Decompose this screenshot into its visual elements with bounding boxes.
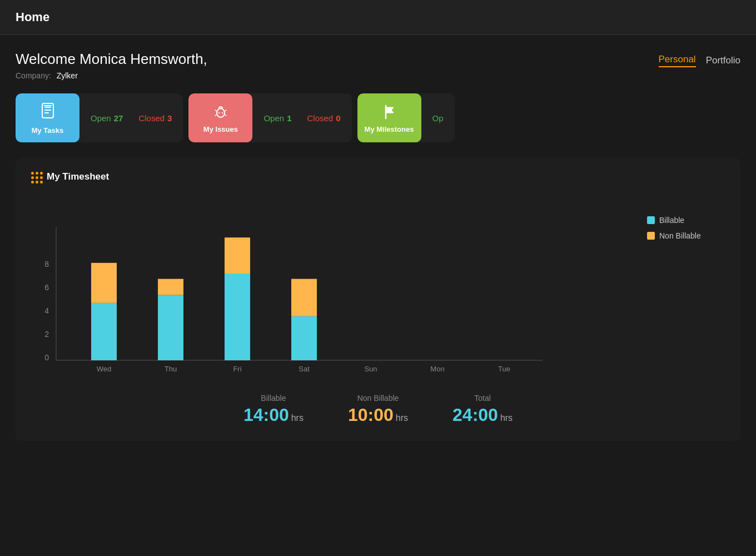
header: Home xyxy=(0,0,756,35)
chart-legend: Billable Non Billable xyxy=(647,193,725,385)
welcome-greeting: Welcome Monica Hemsworth, xyxy=(16,51,207,68)
svg-text:Wed: Wed xyxy=(97,365,112,373)
bar-fri-billable xyxy=(225,274,250,360)
legend-nonbillable: Non Billable xyxy=(647,231,725,240)
issues-icon xyxy=(212,103,230,122)
tasks-icon xyxy=(39,102,57,123)
tasks-closed-stat: Closed 3 xyxy=(138,113,172,123)
grid-dots-icon xyxy=(31,172,41,182)
issues-stats: Open 1 Closed 0 xyxy=(252,93,351,142)
svg-text:Thu: Thu xyxy=(165,365,177,373)
bar-wed-nonbillable xyxy=(91,263,117,303)
chart-container: 0 2 4 6 8 Wed xyxy=(31,193,725,385)
issues-open-value: 1 xyxy=(287,113,291,123)
total-total: Total 24:00hrs xyxy=(452,394,513,425)
issues-label: My Issues xyxy=(203,125,238,133)
bar-thu-billable xyxy=(158,295,183,360)
milestones-open-stat: Op xyxy=(432,113,444,123)
milestones-card[interactable]: My Milestones Op xyxy=(357,93,455,142)
legend-nonbillable-dot xyxy=(647,232,655,240)
issues-closed-stat: Closed 0 xyxy=(307,113,340,123)
legend-billable: Billable xyxy=(647,216,725,225)
total-nonbillable: Non Billable 10:00hrs xyxy=(348,394,408,425)
svg-text:6: 6 xyxy=(44,283,49,292)
legend-billable-label: Billable xyxy=(659,216,684,225)
issues-open-stat: Open 1 xyxy=(263,113,291,123)
milestones-icon-block: My Milestones xyxy=(357,93,421,142)
tab-personal[interactable]: Personal xyxy=(659,54,696,67)
svg-text:Sun: Sun xyxy=(364,365,377,373)
tasks-closed-label: Closed xyxy=(138,113,165,123)
bar-sat-nonbillable xyxy=(291,279,317,316)
total-total-value: 24:00hrs xyxy=(452,405,513,425)
tasks-label: My Tasks xyxy=(32,126,64,135)
svg-text:4: 4 xyxy=(44,306,49,315)
svg-text:0: 0 xyxy=(44,353,49,362)
issues-closed-label: Closed xyxy=(307,113,333,123)
tasks-closed-value: 3 xyxy=(167,113,172,123)
legend-nonbillable-label: Non Billable xyxy=(659,231,701,240)
page-title: Home xyxy=(16,10,49,24)
welcome-left: Welcome Monica Hemsworth, Company: Zylke… xyxy=(16,51,207,80)
welcome-tabs: Personal Portfolio xyxy=(659,51,740,67)
totals-row: Billable 14:00hrs Non Billable 10:00hrs … xyxy=(31,394,725,425)
bar-thu-nonbillable xyxy=(158,279,183,295)
company-name: Zylker xyxy=(57,71,78,80)
main-content: Welcome Monica Hemsworth, Company: Zylke… xyxy=(0,35,756,441)
issues-closed-value: 0 xyxy=(336,113,340,123)
total-nonbillable-label: Non Billable xyxy=(348,394,408,403)
tasks-open-stat: Open 27 xyxy=(91,113,123,123)
svg-point-2 xyxy=(218,112,220,113)
tasks-icon-block: My Tasks xyxy=(16,93,79,142)
tasks-card[interactable]: My Tasks Open 27 Closed 3 xyxy=(16,93,183,142)
bar-sat-billable xyxy=(291,316,317,360)
company-row: Company: Zylker xyxy=(16,71,207,80)
timesheet-title: My Timesheet xyxy=(47,171,109,182)
chart-main: 0 2 4 6 8 Wed xyxy=(31,193,636,385)
tasks-open-label: Open xyxy=(91,113,111,123)
total-nonbillable-value: 10:00hrs xyxy=(348,405,408,425)
total-billable: Billable 14:00hrs xyxy=(243,394,304,425)
timesheet-header: My Timesheet xyxy=(31,171,725,182)
welcome-row: Welcome Monica Hemsworth, Company: Zylke… xyxy=(16,51,740,80)
svg-text:Fri: Fri xyxy=(233,365,241,373)
issues-card[interactable]: My Issues Open 1 Closed 0 xyxy=(188,93,351,142)
milestones-open-label: Op xyxy=(432,113,444,123)
svg-text:Sat: Sat xyxy=(299,365,310,373)
bar-fri-nonbillable xyxy=(225,237,250,274)
bar-wed-billable xyxy=(91,303,117,360)
tasks-open-value: 27 xyxy=(114,113,123,123)
svg-text:8: 8 xyxy=(44,260,49,269)
tab-portfolio[interactable]: Portfolio xyxy=(706,55,740,66)
tasks-stats: Open 27 Closed 3 xyxy=(79,93,183,142)
company-label: Company: xyxy=(16,71,51,80)
svg-text:2: 2 xyxy=(44,330,49,339)
issues-icon-block: My Issues xyxy=(188,93,252,142)
total-total-label: Total xyxy=(452,394,513,403)
timesheet-card: My Timesheet 0 2 4 6 8 xyxy=(16,158,740,441)
svg-text:Mon: Mon xyxy=(430,365,444,373)
milestones-icon xyxy=(380,103,398,122)
total-billable-label: Billable xyxy=(243,394,304,403)
milestones-label: My Milestones xyxy=(365,125,414,133)
timesheet-chart-svg: 0 2 4 6 8 Wed xyxy=(31,193,559,383)
milestones-stats: Op xyxy=(421,93,455,142)
cards-section: My Tasks Open 27 Closed 3 xyxy=(16,93,740,142)
svg-point-1 xyxy=(217,108,225,117)
legend-billable-dot xyxy=(647,216,655,224)
total-billable-value: 14:00hrs xyxy=(243,405,304,425)
svg-point-3 xyxy=(222,112,223,113)
svg-text:Tue: Tue xyxy=(498,365,510,373)
issues-open-label: Open xyxy=(263,113,284,123)
